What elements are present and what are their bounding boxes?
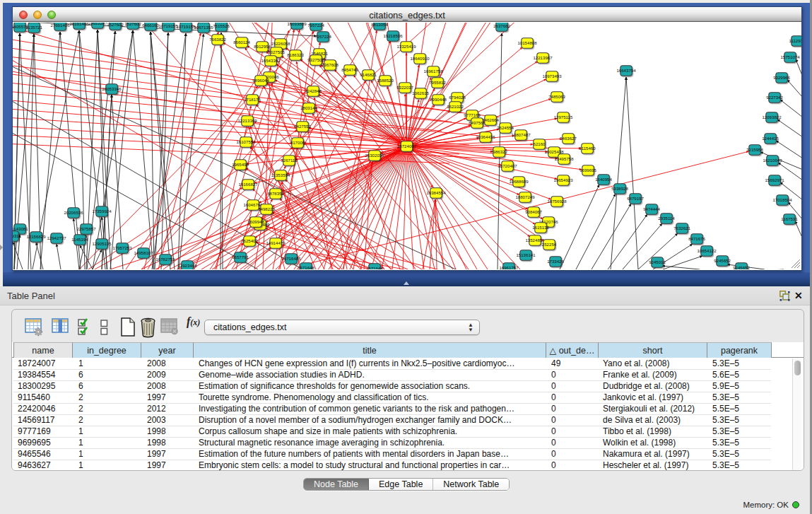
svg-text:9777169: 9777169	[464, 112, 481, 117]
svg-text:12093822: 12093822	[762, 115, 782, 119]
svg-text:1640954: 1640954	[595, 177, 612, 182]
svg-text:10654122: 10654122	[697, 248, 717, 253]
svg-text:7515526: 7515526	[213, 23, 230, 28]
svg-text:15716485: 15716485	[281, 256, 301, 261]
svg-text:8454749: 8454749	[341, 67, 358, 72]
svg-text:9245012: 9245012	[649, 259, 666, 264]
svg-text:252254: 252254	[542, 242, 557, 247]
svg-text:7632621: 7632621	[673, 226, 690, 230]
svg-text:1167531: 1167531	[781, 216, 798, 221]
svg-text:7663822: 7663822	[209, 37, 226, 42]
svg-text:3215958: 3215958	[746, 147, 763, 152]
svg-text:2718176: 2718176	[244, 97, 261, 102]
svg-text:7625402: 7625402	[241, 238, 258, 243]
svg-text:9146821: 9146821	[360, 72, 377, 77]
svg-text:9463627: 9463627	[560, 136, 577, 141]
svg-text:9245652: 9245652	[714, 258, 731, 263]
svg-text:2637682: 2637682	[493, 23, 510, 28]
svg-text:417006: 417006	[290, 140, 305, 145]
svg-text:7955812: 7955812	[429, 80, 446, 85]
svg-text:1733426: 1733426	[547, 259, 564, 264]
svg-text:1621022: 1621022	[447, 104, 464, 109]
svg-text:1145194: 1145194	[71, 237, 88, 242]
svg-text:9227342: 9227342	[766, 95, 783, 100]
svg-text:16210643: 16210643	[763, 158, 782, 163]
svg-text:9896044: 9896044	[252, 78, 269, 83]
svg-text:3498222: 3498222	[258, 206, 275, 211]
svg-text:18640910: 18640910	[410, 56, 430, 61]
svg-text:9115460: 9115460	[579, 146, 596, 151]
svg-text:15751074: 15751074	[780, 54, 800, 59]
svg-text:1615132: 1615132	[532, 225, 549, 230]
svg-text:12975115: 12975115	[554, 115, 573, 119]
svg-text:9327505: 9327505	[268, 49, 285, 54]
svg-text:7957224: 7957224	[314, 34, 331, 39]
svg-text:8427552: 8427552	[294, 124, 311, 129]
svg-text:12213369: 12213369	[237, 118, 257, 123]
svg-text:1112931: 1112931	[789, 38, 801, 43]
svg-text:25302035: 25302035	[365, 153, 384, 158]
svg-text:19218506: 19218506	[383, 33, 403, 38]
svg-text:18807249: 18807249	[515, 194, 535, 199]
svg-text:10807487: 10807487	[511, 132, 531, 137]
svg-text:8990448: 8990448	[430, 97, 447, 102]
svg-text:10688609: 10688609	[509, 179, 529, 184]
svg-text:1571648: 1571648	[298, 265, 314, 269]
svg-text:22975857: 22975857	[76, 226, 96, 231]
svg-text:16961758: 16961758	[423, 69, 443, 74]
svg-text:8912954: 8912954	[254, 44, 271, 49]
svg-text:2367608: 2367608	[322, 62, 339, 67]
svg-text:1965498: 1965498	[232, 162, 249, 167]
svg-text:9327508: 9327508	[307, 57, 324, 62]
svg-text:3624554: 3624554	[497, 125, 514, 130]
svg-text:20206536: 20206536	[64, 210, 83, 215]
svg-text:1609948: 1609948	[247, 219, 264, 224]
svg-text:9657791: 9657791	[232, 255, 249, 259]
svg-text:14958107: 14958107	[134, 250, 153, 255]
svg-text:9699695: 9699695	[579, 168, 596, 173]
svg-text:11353594: 11353594	[271, 173, 290, 177]
svg-text:1143081: 1143081	[13, 226, 28, 231]
svg-text:14914479: 14914479	[266, 240, 286, 245]
svg-text:16643794: 16643794	[616, 68, 636, 73]
svg-text:9084067: 9084067	[525, 209, 542, 214]
svg-text:10719155: 10719155	[158, 23, 178, 28]
svg-text:18724007: 18724007	[397, 144, 417, 148]
svg-text:3919311: 3919311	[13, 233, 21, 238]
svg-text:1588520: 1588520	[377, 78, 394, 83]
svg-text:16782759: 16782759	[155, 257, 175, 262]
svg-text:62160: 62160	[534, 141, 546, 146]
svg-text:19384554: 19384554	[426, 190, 446, 195]
svg-text:7485063: 7485063	[548, 94, 565, 99]
svg-text:16543362: 16543362	[261, 58, 281, 63]
svg-text:12923448: 12923448	[177, 263, 197, 268]
svg-text:27691406: 27691406	[50, 23, 70, 28]
svg-text:28053346: 28053346	[102, 86, 122, 91]
svg-text:9329966: 9329966	[773, 75, 790, 80]
svg-text:9474444: 9474444	[643, 206, 660, 211]
svg-text:5322037: 5322037	[396, 85, 413, 90]
svg-text:1244415: 1244415	[762, 136, 779, 141]
svg-text:10653287: 10653287	[88, 23, 107, 25]
svg-text:12942737: 12942737	[47, 235, 66, 240]
svg-text:8878352: 8878352	[267, 191, 284, 196]
svg-text:20364436: 20364436	[476, 134, 495, 139]
svg-text:15226058: 15226058	[271, 41, 290, 46]
svg-text:8813054: 8813054	[371, 23, 388, 27]
svg-text:19756928: 19756928	[547, 199, 567, 204]
svg-text:3267110: 3267110	[281, 158, 298, 163]
svg-text:10671355: 10671355	[194, 25, 213, 30]
svg-text:12213967: 12213967	[533, 55, 553, 60]
svg-text:9242848: 9242848	[305, 88, 322, 93]
svg-text:12156829: 12156829	[26, 234, 46, 239]
svg-text:10025438: 10025438	[544, 149, 564, 154]
svg-text:7462664: 7462664	[482, 117, 499, 122]
svg-text:2803144: 2803144	[300, 105, 317, 110]
svg-text:6879197: 6879197	[627, 196, 644, 201]
svg-text:1362615: 1362615	[412, 90, 429, 95]
svg-text:5938928: 5938928	[611, 186, 628, 191]
svg-text:8471676: 8471676	[688, 236, 705, 241]
svg-text:6794028: 6794028	[449, 95, 466, 100]
svg-text:9245652: 9245652	[733, 265, 750, 269]
svg-text:10154808: 10154808	[517, 40, 537, 45]
